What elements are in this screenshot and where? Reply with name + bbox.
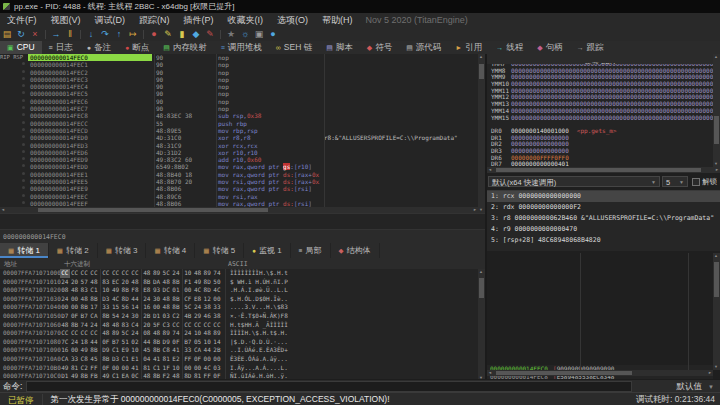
registers-vertical-scrollbar[interactable]: ▲▼	[713, 54, 720, 167]
disasm-row[interactable]: 000000000014FEC848:83EC 38sub rsp,0x38	[0, 112, 478, 119]
argument-row[interactable]: 4: r9 0000000000000470	[487, 224, 720, 235]
memory-icon[interactable]: ▣	[252, 28, 266, 41]
hex-dump-row[interactable]: 00007FFA710710807C2418440FB75102448BD90F…	[0, 338, 478, 347]
dump-tab-监视 1[interactable]: ●监视 1	[244, 243, 291, 258]
scroll-down-arrow[interactable]: ▼	[713, 364, 719, 370]
scroll-thumb[interactable]	[714, 116, 719, 144]
hex-dump-row[interactable]: 00007FFA7107104000008B17331556141600488B…	[0, 303, 478, 312]
hex-dump-row[interactable]: 00007FFA71071060488B7424484883C4205FC3CC…	[0, 321, 478, 330]
disasm-row[interactable]: 000000000014FEE948:8B06mov rax,qword ptr…	[0, 185, 478, 192]
scroll-thumb[interactable]	[38, 208, 267, 212]
step-out-icon[interactable]: ↑	[112, 28, 126, 41]
patch-icon[interactable]: ◆	[189, 28, 203, 41]
tab-SEH 链[interactable]: ∞SEH 链	[269, 41, 319, 54]
scroll-up-arrow[interactable]: ▲	[478, 269, 484, 275]
dump-tab-转储 2[interactable]: ▦转储 2	[49, 243, 98, 258]
tab-内存映射[interactable]: ▤内存映射	[156, 41, 214, 54]
dump-vertical-scrollbar[interactable]: ▲▼	[478, 269, 485, 381]
disasm-row[interactable]: 000000000014FECD48:89E5mov rbp,rsp	[0, 127, 478, 134]
settings-icon[interactable]: ☼	[238, 28, 252, 41]
run-to-cursor-icon[interactable]: ↦	[126, 28, 140, 41]
step-over-icon[interactable]: ↷	[98, 28, 112, 41]
highlight-icon[interactable]: ▮	[175, 28, 189, 41]
info-icon[interactable]: ●	[266, 28, 280, 41]
tab-引用[interactable]: ►引用	[448, 41, 489, 54]
dump-tab-转储 4[interactable]: ▦转储 4	[146, 243, 195, 258]
disasm-row[interactable]: 000000000014FED949:83C2 60add r10,0x60	[0, 156, 478, 163]
disasm-row[interactable]: 000000000014FED64D:31D2xor r10,r10	[0, 149, 478, 156]
hex-dump-row[interactable]: 00007FFA710710302400488BD34C8D442430488B…	[0, 295, 478, 304]
tab-源代码[interactable]: ▤源代码	[399, 41, 448, 54]
registers-horizontal-scrollbar[interactable]: ◄►	[487, 167, 720, 173]
arguments-list[interactable]: 1: rcx 00000000000000002: rdx 0000000000…	[487, 190, 720, 251]
argument-count-select[interactable]: ▼5	[662, 176, 688, 187]
menu-item[interactable]: 插件(P)	[177, 13, 221, 27]
disasm-row[interactable]: 000000000014FEE148:8B40 18mov rax,qword …	[0, 171, 478, 178]
unlock-checkbox[interactable]: 解锁	[692, 177, 717, 187]
registers-view[interactable]: YMM7000000000000000000000000000000000000…	[487, 64, 713, 167]
hex-dump-row[interactable]: 00007FFA710710901600498BD9C1E910458BC841…	[0, 346, 478, 355]
stop-icon[interactable]: ×	[28, 28, 42, 41]
command-profile-select[interactable]: 默认值▼	[677, 381, 720, 393]
disasm-row[interactable]: 000000000014FEC490nop	[0, 83, 478, 90]
argument-row[interactable]: 3: r8 000000000062B460 &"ALLUSERSPROFILE…	[487, 213, 720, 224]
hex-dump-row[interactable]: 00007FFA710710A0CA33C8458BD3C1E1044181E2…	[0, 355, 478, 364]
open-file-icon[interactable]: ▤	[0, 28, 14, 41]
scroll-left-arrow[interactable]: ◄	[487, 370, 493, 376]
stack-vertical-scrollbar[interactable]: ▲▼	[713, 253, 720, 370]
disasm-row[interactable]: 000000000014FEC390nop	[0, 76, 478, 83]
hex-dump-row[interactable]: 00007FFA710710102420574883EC20488BDA488B…	[0, 278, 478, 287]
menu-item[interactable]: 选项(O)	[270, 13, 315, 27]
favourites-icon[interactable]: ★	[224, 28, 238, 41]
menu-item[interactable]: 文件(F)	[0, 13, 44, 27]
argument-row[interactable]: 2: rdx 00000000000000F2	[487, 202, 720, 213]
disasm-row[interactable]: 000000000014FED348:31C9xor rcx,rcx	[0, 142, 478, 149]
scroll-up-arrow[interactable]: ▲	[478, 54, 484, 60]
hex-dump-view[interactable]: 00007FFA71071000CCCCCCCCCCCCCCCC48895C24…	[0, 269, 478, 381]
hex-dump-row[interactable]: 00007FFA710710B04981C2FF0F00004181C11F10…	[0, 364, 478, 373]
disasm-row[interactable]: 000000000014FEEC48:89C6mov rsi,rax	[0, 193, 478, 200]
hex-dump-row[interactable]: 00007FFA71071020084883C110498BF8E893DC01…	[0, 286, 478, 295]
stack-horizontal-scrollbar[interactable]: ◄►	[487, 370, 713, 376]
tab-备注[interactable]: ●备注	[80, 41, 118, 54]
scroll-right-arrow[interactable]: ►	[714, 167, 720, 173]
disasm-row[interactable]: 000000000014FECC55push rbp	[0, 120, 478, 127]
hex-dump-row[interactable]: 00007FFA71071050D70FB7CA8B5424302BD103C2…	[0, 312, 478, 321]
disasm-row[interactable]: 000000000014FEC190nop	[0, 61, 478, 68]
scroll-thumb[interactable]	[714, 262, 719, 297]
scroll-left-arrow[interactable]: ◄	[487, 167, 493, 173]
command-input[interactable]	[26, 381, 632, 392]
breakpoint-icon[interactable]: ●	[147, 28, 161, 41]
disasm-row[interactable]: 000000000014FEDD6549:8B02mov rax,qword p…	[0, 163, 478, 170]
argument-row[interactable]: 1: rcx 0000000000000000	[487, 191, 720, 202]
disasm-row[interactable]: 000000000014FEC290nop	[0, 69, 478, 76]
disasm-row[interactable]: 000000000014FEEF48:8B06mov rax,qword ptr…	[0, 200, 478, 207]
tab-调用堆栈[interactable]: ≡调用堆栈	[214, 41, 269, 54]
menu-item[interactable]: 跟踪(N)	[132, 13, 177, 27]
disasm-row[interactable]: 000000000014FEC790nop	[0, 105, 478, 112]
scroll-thumb[interactable]	[496, 371, 632, 375]
dump-tab-结构体[interactable]: ◆结构体	[331, 243, 380, 258]
disasm-row[interactable]: RIP RSP000000000014FEC090nop	[0, 54, 478, 61]
disassembly-view[interactable]: RIP RSP000000000014FEC090nop000000000014…	[0, 54, 478, 207]
brush-icon[interactable]: ✎	[203, 28, 217, 41]
pencil-icon[interactable]: ✎	[161, 28, 175, 41]
disasm-row[interactable]: 000000000014FED04D:31C0xor r8,r8r8:&"ALL…	[0, 134, 478, 141]
tab-断点[interactable]: ●断点	[118, 41, 156, 54]
disasm-row[interactable]: 000000000014FEE548:8B70 20mov rsi,qword …	[0, 178, 478, 185]
hex-dump-row[interactable]: 00007FFA71071000CCCCCCCCCCCCCCCC48895C24…	[0, 269, 478, 278]
run-icon[interactable]: →	[49, 28, 63, 41]
disassembly-vertical-scrollbar[interactable]: ▲▼	[478, 54, 485, 213]
dump-tab-转储 5[interactable]: ▦转储 5	[195, 243, 244, 258]
scroll-thumb[interactable]	[496, 168, 701, 172]
disasm-row[interactable]: 000000000014FEC690nop	[0, 98, 478, 105]
tab-日志[interactable]: ≡日志	[42, 41, 80, 54]
menu-item[interactable]: 帮助(H)	[315, 13, 360, 27]
dump-tab-局部[interactable]: ≡局部	[291, 243, 331, 258]
tab-CPU[interactable]: ▣CPU	[0, 41, 42, 54]
menu-item[interactable]: 收藏夹(I)	[221, 13, 271, 27]
calling-convention-select[interactable]: ▼默认(x64 快速调用)	[488, 176, 660, 187]
register-row[interactable]: YMM1500000000000000000000000000000000000…	[487, 115, 713, 122]
hex-dump-row[interactable]: 00007FFA71071070CCCCCCCC48895C2408488974…	[0, 329, 478, 338]
menu-item[interactable]: 视图(V)	[44, 13, 88, 27]
